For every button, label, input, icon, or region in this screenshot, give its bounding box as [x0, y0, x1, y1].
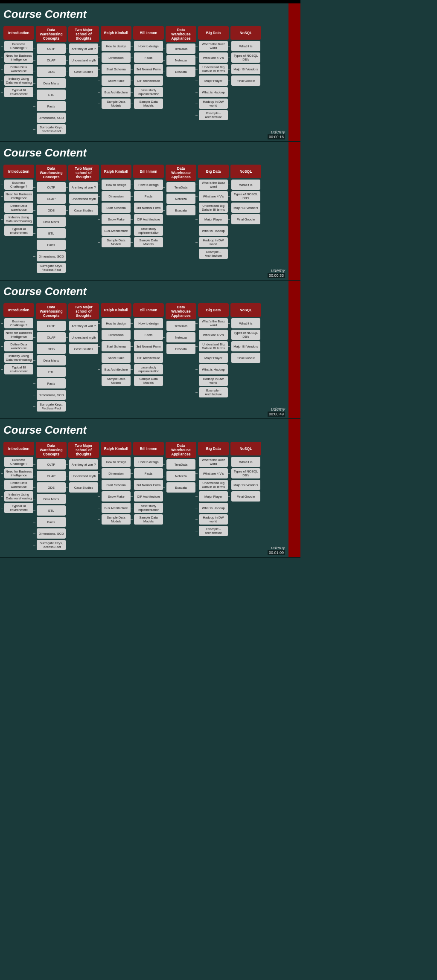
list-item: ETL [37, 90, 66, 100]
list-item: Bus Architecture [102, 364, 131, 374]
list-item: OLAP [37, 55, 66, 65]
list-item: Facts [134, 52, 163, 63]
list-item: Case Studies [69, 344, 98, 354]
list-item: ODS [37, 67, 66, 77]
course-section-3: Course ContentIntroductionBusiness Chall… [0, 419, 300, 558]
udemy-logo: udemy [271, 545, 285, 550]
list-item: What are 4 V's [199, 468, 228, 478]
list-item: What it is [231, 457, 260, 467]
list-item: Major Player [199, 353, 228, 363]
column-header-7: NoSQL [230, 442, 261, 455]
column-header-4: Bill Inmon [133, 442, 164, 455]
list-item: OLTP [37, 459, 66, 470]
red-bar [288, 3, 300, 141]
list-item: How to design [102, 318, 131, 328]
list-item: Data Marts [37, 217, 66, 227]
column-header-5: Data Warehouse Appliances [166, 442, 196, 458]
list-item: Facts [134, 468, 163, 478]
list-item: ETL [37, 228, 66, 238]
list-item: Surrogate Keys, Factless-Fact [37, 263, 66, 273]
list-item: What are 4 V's [199, 52, 228, 63]
list-item: Define Data warehouse [4, 480, 33, 490]
column-0: IntroductionBusiness Challenge ?Need for… [3, 26, 34, 97]
list-item: Typical BI environment [4, 364, 33, 374]
list-item: Start Schema [102, 64, 131, 74]
list-item: Sample Data Models [134, 237, 163, 247]
column-5: Data Warehouse AppliancesTeraDataNetezza… [166, 442, 196, 493]
list-item: Facts [134, 191, 163, 201]
column-7: NoSQLWhat it isTypes of NOSQL DB'sMajor … [230, 165, 261, 224]
list-item: Final Goodie [231, 353, 260, 363]
column-7: NoSQLWhat it isTypes of NOSQL DB'sMajor … [230, 303, 261, 363]
list-item: Example - Architecture [199, 249, 228, 259]
list-item: Major Player [199, 491, 228, 502]
list-item: Sample Data Models [134, 376, 163, 386]
list-item: Snow Flake [102, 353, 131, 363]
list-item: Dimension [102, 191, 131, 201]
list-item: case study implementation [134, 503, 163, 513]
column-header-4: Bill Inmon [133, 165, 164, 178]
list-item: TeraData [166, 43, 195, 54]
list-item: Define Data warehouse [4, 203, 33, 213]
list-item: Understand Big Data in BI terms [199, 341, 228, 351]
course-section-2: Course ContentIntroductionBusiness Chall… [0, 281, 300, 419]
list-item: Dimension [102, 330, 131, 340]
list-item: Industry Using Data warehousing [4, 353, 33, 363]
column-header-6: Big Data [198, 165, 229, 178]
list-item: OLAP [37, 194, 66, 204]
list-item: 3rd Normal Form [134, 203, 163, 213]
column-5: Data Warehouse AppliancesTeraDataNetezza… [166, 26, 196, 77]
list-item: What's the Buzz word [199, 180, 228, 190]
column-header-7: NoSQL [230, 165, 261, 178]
column-header-3: Ralph Kimball [101, 165, 131, 178]
list-item: Dimensions, SCD [37, 251, 66, 261]
list-item: What it is [231, 318, 260, 328]
column-header-2: Two Major school of thoughts [68, 442, 99, 458]
column-6: Big DataWhat's the Buzz wordWhat are 4 V… [198, 26, 229, 120]
column-4: Bill InmonHow to designFacts3rd Normal F… [133, 26, 164, 109]
list-item: Typical BI environment [4, 226, 33, 236]
content-grid: IntroductionBusiness Challenge ?Need for… [3, 442, 297, 550]
column-6: Big DataWhat's the Buzz wordWhat are 4 V… [198, 165, 229, 259]
list-item: Case Studies [69, 67, 98, 77]
list-item: Business Challenge ? [4, 457, 33, 467]
timestamp: 00:01:09 [268, 550, 285, 555]
column-7: NoSQLWhat it isTypes of NOSQL DB'sMajor … [230, 442, 261, 502]
column-4: Bill InmonHow to designFacts3rd Normal F… [133, 442, 164, 525]
list-item: Understand Big Data in BI terms [199, 480, 228, 490]
list-item: What are 4 V's [199, 330, 228, 340]
list-item: Business Challenge ? [4, 41, 33, 51]
list-item: Major Player [199, 214, 228, 224]
list-item: Dimension [102, 468, 131, 478]
list-item: Understand myth [69, 471, 98, 481]
list-item: Example - Architecture [199, 387, 228, 397]
content-grid: IntroductionBusiness Challenge ?Need for… [3, 165, 297, 273]
column-header-3: Ralph Kimball [101, 442, 131, 455]
section-title: Course Content [3, 423, 297, 437]
column-5: Data Warehouse AppliancesTeraDataNetezza… [166, 165, 196, 215]
column-2: Two Major school of thoughtsAre they at … [68, 165, 99, 215]
column-3: Ralph KimballHow to designDimensionStart… [101, 442, 131, 525]
list-item: Netezza [166, 55, 195, 65]
list-item: Data Marts [37, 78, 66, 88]
timestamp: 00:00:16 [268, 134, 285, 139]
list-item: Hadoop in DW world [199, 99, 228, 109]
list-item: OLTP [37, 43, 66, 54]
list-item: ODS [37, 482, 66, 493]
column-3: Ralph KimballHow to designDimensionStart… [101, 26, 131, 109]
list-item: Define Data warehouse [4, 64, 33, 74]
list-item: TeraData [166, 459, 195, 470]
list-item: What's the Buzz word [199, 318, 228, 328]
list-item: Dimensions, SCD [37, 528, 66, 539]
list-item: Facts [37, 378, 66, 389]
list-item: Sample Data Models [102, 376, 131, 386]
list-item: Are they at war ? [69, 182, 98, 192]
list-item: Netezza [166, 332, 195, 342]
content-grid: IntroductionBusiness Challenge ?Need for… [3, 303, 297, 412]
list-item: Major BI Vendors [231, 203, 260, 213]
udemy-logo: udemy [271, 129, 285, 134]
list-item: Understand myth [69, 55, 98, 65]
list-item: Hadoop in DW world [199, 237, 228, 247]
list-item: Exadata [166, 344, 195, 354]
column-header-3: Ralph Kimball [101, 26, 131, 40]
